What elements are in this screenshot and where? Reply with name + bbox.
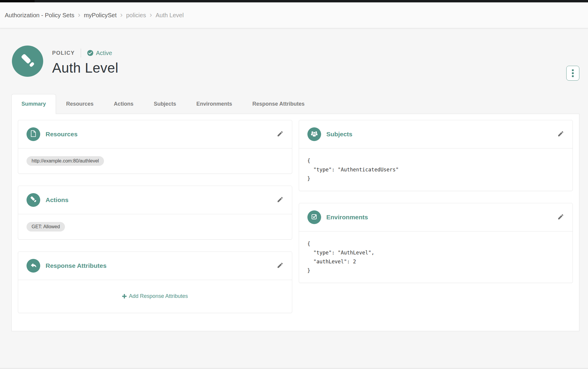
tab-response-attributes[interactable]: Response Attributes [242,94,315,114]
subjects-json: { "type": "AuthenticatedUsers" } [307,156,564,183]
subjects-card-title: Subjects [326,131,353,138]
policy-type-label: POLICY [52,50,75,56]
tab-resources[interactable]: Resources [56,94,104,114]
response-attributes-card-avatar [27,259,40,273]
breadcrumb-current: Auth Level [155,12,184,19]
environments-card: Environments { "type": "AuthLevel", "aut… [299,203,573,283]
pencil-icon [277,196,284,204]
resource-pill: http://example.com:80/authlevel [27,156,104,166]
edit-response-attributes-button[interactable] [277,262,284,270]
check-square-icon [311,213,318,221]
tab-subjects[interactable]: Subjects [144,94,186,114]
page-title: Auth Level [52,60,118,76]
kebab-menu-icon [572,69,574,71]
policy-avatar [12,46,43,77]
breadcrumb-separator-icon: › [74,11,84,19]
breadcrumb-separator-icon: › [116,11,126,19]
action-pill: GET: Allowed [27,222,65,232]
actions-card-title: Actions [46,196,69,204]
tab-environments[interactable]: Environments [186,94,242,114]
resources-card-avatar [27,127,40,141]
check-circle-icon [87,50,94,56]
breadcrumb-policy-sets[interactable]: Authorization - Policy Sets [5,12,74,19]
edit-environments-button[interactable] [557,213,564,221]
policy-header: POLICY Active Auth Level [11,46,579,77]
plus-icon [122,294,127,298]
pencil-icon [277,130,284,138]
edit-resources-button[interactable] [277,130,284,138]
top-system-bar-segment [0,0,35,2]
pencil-icon [557,213,564,221]
breadcrumb-policy-set[interactable]: myPolicySet [84,12,116,19]
status-badge: Active [87,50,112,57]
meta-divider [81,49,81,57]
response-attributes-card-title: Response Attributes [46,262,107,269]
breadcrumb: Authorization - Policy Sets › myPolicySe… [0,2,588,28]
edit-subjects-button[interactable] [557,130,564,138]
environments-card-avatar [307,210,321,224]
add-response-attributes-label: Add Response Attributes [129,293,188,299]
summary-panel: Resources http://example.com:80/authleve… [11,114,579,331]
response-attributes-card: Response Attributes [18,251,292,313]
file-icon [30,130,37,138]
actions-card: Actions GET: Allowed [18,186,292,240]
top-system-bar [0,0,588,2]
environments-card-title: Environments [326,214,368,221]
status-label: Active [96,50,112,57]
resources-card-title: Resources [46,131,77,138]
subjects-card-avatar [307,127,321,141]
bottom-edge [0,368,588,369]
subjects-card: Subjects { "type": "AuthenticatedUsers" … [299,120,573,191]
edit-actions-button[interactable] [277,196,284,204]
actions-card-avatar [27,193,40,207]
tab-summary[interactable]: Summary [11,94,56,114]
breadcrumb-policies[interactable]: policies [126,12,146,19]
users-icon [310,130,318,138]
pencil-icon [557,130,564,138]
gavel-icon [29,196,37,204]
reply-arrow-icon [30,262,37,270]
gavel-icon [19,52,36,71]
pencil-icon [277,262,284,270]
environments-json: { "type": "AuthLevel", "authLevel": 2 } [307,239,564,275]
resources-card: Resources http://example.com:80/authleve… [18,120,292,174]
add-response-attributes-button[interactable]: Add Response Attributes [122,293,188,299]
breadcrumb-separator-icon: › [146,11,155,19]
policy-tabs: Summary Resources Actions Subjects Envir… [11,94,579,114]
tab-actions[interactable]: Actions [104,94,144,114]
more-actions-button[interactable] [566,66,579,81]
